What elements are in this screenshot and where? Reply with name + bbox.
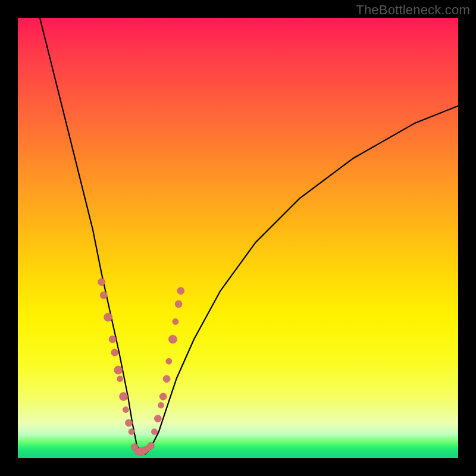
watermark-text: TheBottleneck.com — [356, 2, 470, 18]
scatter-dot — [147, 442, 154, 449]
scatter-dot — [158, 402, 164, 408]
plot-area — [18, 18, 458, 458]
scatter-dot — [151, 429, 157, 435]
chart-svg — [18, 18, 458, 458]
scatter-dot — [173, 319, 178, 325]
scatter-dot — [111, 349, 118, 356]
scatter-dot — [159, 393, 167, 400]
scatter-dot — [114, 366, 123, 374]
scatter-dot — [123, 407, 129, 413]
scatter-dot — [168, 335, 177, 343]
bottleneck-curve — [40, 18, 458, 454]
scatter-dot — [163, 375, 170, 383]
scatter-dot — [154, 415, 161, 422]
scatter-dot — [120, 392, 128, 400]
scatter-dot — [117, 376, 123, 382]
scatter-dot — [129, 429, 134, 435]
scatter-dot — [98, 278, 105, 286]
scatter-dots — [98, 278, 184, 456]
scatter-dot — [100, 292, 107, 299]
scatter-dot — [177, 287, 184, 295]
scatter-dot — [104, 313, 112, 321]
scatter-dot — [175, 300, 182, 308]
scatter-dot — [109, 336, 116, 343]
chart-container: TheBottleneck.com — [0, 0, 476, 476]
scatter-dot — [166, 358, 172, 364]
scatter-dot — [125, 419, 132, 427]
